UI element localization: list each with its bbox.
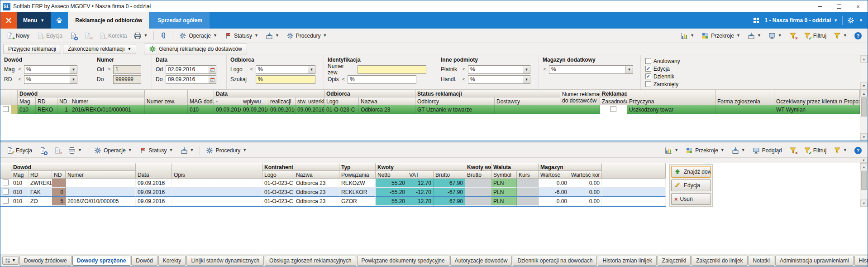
group-header-odbiorca[interactable]: Odbiorca (324, 90, 415, 97)
chevron-down-icon[interactable]: ▼ (523, 66, 530, 73)
opis-field[interactable]: % (348, 75, 416, 84)
cell-mag[interactable]: 010 (11, 188, 29, 197)
tab-reklamacje-od-odbiorcow[interactable]: Reklamacje od odbiorców (68, 12, 149, 29)
collapse-up-button[interactable]: ▲ (860, 55, 868, 63)
tab-powiazane-dokumenty-spedycyjne[interactable]: Powiązane dokumenty spedycyjne (357, 256, 449, 266)
cell-data[interactable]: 09.09.2016 (136, 197, 172, 206)
maximize-button[interactable] (830, 0, 849, 12)
forward-menu-button[interactable]: ▼ (262, 30, 282, 41)
cell-opis[interactable] (172, 179, 262, 188)
chevron-down-icon[interactable]: ▼ (859, 19, 863, 23)
row-select-cell[interactable] (0, 188, 11, 197)
export-menu-button[interactable]: ▼ (744, 30, 764, 41)
cell-powiazania[interactable]: REKOZW (339, 179, 376, 188)
group-header-data[interactable]: Data (214, 90, 324, 97)
col-header-nd[interactable]: ND (57, 97, 70, 105)
new-button[interactable]: +Nowy (3, 30, 33, 41)
cell-numer[interactable] (66, 179, 136, 188)
rd-filter-combo[interactable]: %▼ (24, 75, 77, 84)
magazyn-dodatkowy-combo[interactable]: %▼ (549, 65, 633, 74)
zamkniety-checkbox[interactable] (645, 81, 651, 87)
cell-kurs[interactable] (517, 179, 539, 188)
edit-button[interactable]: Edycja (33, 30, 66, 41)
dziennik-checkbox[interactable] (645, 73, 651, 79)
group-header-typ[interactable]: Typ (339, 163, 376, 171)
company-selector[interactable]: 1 - Nasza firma 0 - oddział▼ (764, 17, 838, 24)
scrollbar-thumb[interactable] (861, 97, 867, 117)
menu-button[interactable]: Menu▼ (17, 12, 51, 29)
tab-administracja-uprawnieniami[interactable]: Administracja uprawnieniami (775, 256, 854, 266)
generate-supplier-complaint-button[interactable]: Generuj reklamację do dostawców (144, 44, 247, 54)
cell-zasadnosc[interactable] (600, 105, 627, 114)
statuses-menu-button[interactable]: Statusy▼ (136, 145, 176, 156)
cell-propozycja[interactable] (842, 105, 860, 114)
cell-vat[interactable]: -12.70 (407, 188, 434, 197)
tab-korekty[interactable]: Korekty (158, 256, 186, 266)
cell-forma-zgloszenia[interactable] (715, 105, 774, 114)
tab-zalaczniki[interactable]: Załączniki (658, 256, 691, 266)
cell-netto[interactable]: 55.20 (376, 197, 407, 206)
tab-zalaczniki-do-linijek[interactable]: Załączniki do linijek (692, 256, 747, 266)
collapse-down-button[interactable]: ▼ (860, 158, 868, 163)
cell-brutto[interactable]: 67.90 (434, 179, 465, 188)
checkbox-row[interactable]: Dziennik (645, 73, 680, 80)
help-button[interactable]: ? (851, 30, 865, 41)
scroll-up-button[interactable]: ▲ (860, 163, 868, 170)
checkbox-row[interactable]: Zamknięty (645, 80, 680, 88)
view-document-button[interactable] (36, 145, 50, 156)
forward-menu-button[interactable]: ▼ (177, 145, 197, 156)
cell-logo[interactable]: 01-O-023-C (324, 105, 359, 114)
cell-brutto[interactable]: -67.90 (434, 188, 465, 197)
col-header-logo[interactable]: Logo (324, 97, 359, 105)
cell-powiazania[interactable]: REKLKOR (339, 188, 376, 197)
cell-symbol[interactable]: PLN (491, 179, 517, 188)
scroll-down-button[interactable]: ▼ (860, 199, 868, 207)
statuses-menu-button[interactable]: Statusy▼ (221, 30, 262, 41)
chevron-down-icon[interactable]: ▼ (70, 66, 77, 73)
cell-powiazania[interactable]: GZOR (339, 197, 376, 206)
cell-rd[interactable]: ZWREKL (29, 179, 52, 188)
col-header-zasadnosc[interactable]: Zasadność (600, 97, 627, 105)
chevron-down-icon[interactable]: ▼ (523, 76, 530, 83)
cell-nd[interactable]: 1 (57, 105, 70, 114)
col-header-logo[interactable]: Logo (262, 171, 294, 179)
checkbox-row[interactable]: Anulowany (645, 57, 680, 65)
col-header-wartosc[interactable]: Wartość (539, 171, 569, 179)
asseco-logo-button[interactable] (0, 12, 17, 29)
cell-numer-reklamacji[interactable] (560, 105, 600, 114)
col-header-rd[interactable]: RD (36, 97, 57, 105)
cell-status-dostawcy[interactable] (495, 105, 560, 114)
cell-mag[interactable]: 010 (11, 179, 29, 188)
col-header-powiazania[interactable]: Powiązania (339, 171, 376, 179)
numer-do-field[interactable]: 999999 (113, 75, 141, 84)
chevron-down-icon[interactable]: ▼ (625, 66, 633, 73)
find-document-button[interactable]: Znajdź dowód (671, 166, 711, 178)
preview-button[interactable]: Podgląd (749, 145, 785, 156)
group-header-magazyn[interactable]: Magazyn (539, 163, 602, 171)
cell-numer[interactable]: 2016/REKO/010/000001 (70, 105, 145, 114)
col-header-kurs[interactable]: Kurs (517, 171, 539, 179)
col-header-brutto-wal[interactable]: Brutto (465, 171, 491, 179)
sections-menu-button[interactable]: Przekroje▼ (682, 145, 728, 156)
print-button[interactable]: ▼ (131, 30, 151, 41)
cell-wartosc[interactable]: 0.00 (539, 197, 569, 206)
procedures-menu-button[interactable]: Procedury▼ (203, 145, 250, 156)
cell-opis[interactable] (172, 197, 262, 206)
procedures-menu-button[interactable]: Procedury▼ (283, 30, 330, 41)
group-header-dowod[interactable]: Dowód (11, 163, 136, 171)
odbiorca-szukaj-field[interactable]: % (256, 75, 315, 84)
cell-vat[interactable]: 12.70 (407, 197, 434, 206)
cell-wartosc[interactable]: 0.00 (539, 179, 569, 188)
tab-obsluga-zgloszen-reklamacyjnych[interactable]: Obsługa zgłoszeń reklamacyjnych (265, 256, 356, 266)
col-header-mag[interactable]: Mag (18, 97, 36, 105)
tab-linijki-stanow-dynamicznych[interactable]: Linijki stanów dynamicznych (186, 256, 264, 266)
settings-gear-icon[interactable] (847, 17, 854, 24)
col-header-brutto[interactable]: Brutto (434, 171, 465, 179)
row-select-cell[interactable] (0, 105, 11, 114)
handl-combo[interactable]: %▼ (468, 75, 530, 84)
accept-complaint-button[interactable]: Przyjęcie reklamacji (3, 44, 61, 54)
tab-list-button[interactable]: ▼ (2, 257, 19, 265)
scroll-up-button[interactable]: ▲ (860, 90, 868, 97)
tab-dowod[interactable]: Dowód (131, 256, 157, 266)
scrollbar-thumb[interactable] (861, 171, 867, 190)
